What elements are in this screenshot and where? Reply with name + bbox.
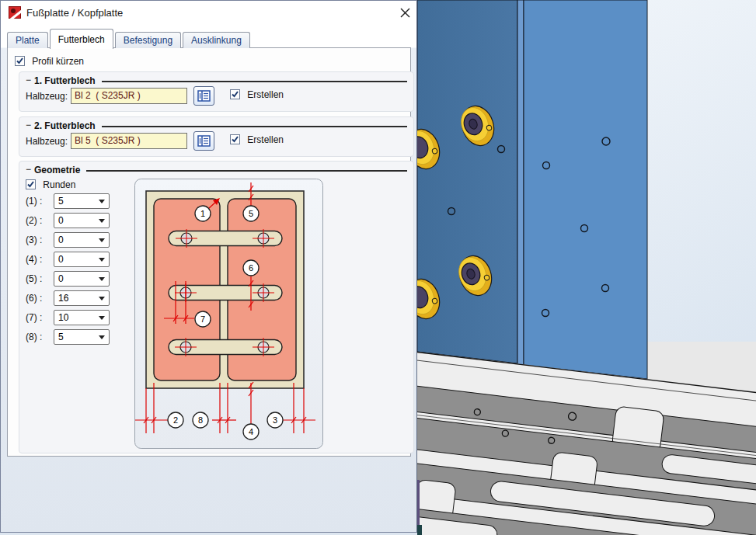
param-dropdown-1[interactable]: 5 [54,193,110,209]
tab-bar: Platte Futterblech Befestigung Ausklinku… [7,29,252,48]
dropdown-arrow-icon [99,238,105,242]
dropdown-arrow-icon [99,258,105,262]
close-icon [400,8,410,18]
dropdown-arrow-icon [99,219,105,223]
collapse-icon[interactable]: − [26,120,31,130]
group-rule [102,81,407,82]
purple-part-sliver [417,480,420,525]
group-title: 1. Futterblech [34,75,96,86]
group-futterblech-1: − 1. Futterblech Halbzeug: Bl 2 ( S235JR… [19,71,414,112]
param-label-5: (5) : [26,273,42,284]
checkmark-icon [16,57,24,65]
param-value: 0 [58,273,64,284]
callout-2: 2 [173,415,178,425]
steel-plate-light [524,0,647,379]
halbzeug-label: Halbzeug: [26,91,68,102]
group-futterblech-2: − 2. Futterblech Halbzeug: Bl 5 ( S235JR… [19,116,414,157]
callout-8: 8 [198,415,203,425]
tab-content-panel: Profil kürzen − 1. Futterblech Halbzeug:… [7,47,411,457]
callout-1: 1 [200,209,205,218]
app-icon [9,6,21,19]
group-title: 2. Futterblech [34,120,96,131]
tab-befestigung[interactable]: Befestigung [115,32,181,48]
profil-kuerzen-label: Profil kürzen [32,56,84,67]
tab-platte[interactable]: Platte [7,32,48,48]
erstellen-checkbox-1[interactable] [230,89,240,99]
tab-futterblech[interactable]: Futterblech [50,29,113,49]
param-label-7: (7) : [26,312,42,323]
param-label-3: (3) : [26,234,42,245]
group-rule [86,170,407,172]
param-dropdown-8[interactable]: 5 [54,329,110,345]
dropdown-arrow-icon [99,335,105,339]
param-value: 5 [58,332,64,342]
param-dropdown-3[interactable]: 0 [54,232,110,248]
halbzeug-input-1[interactable]: Bl 2 ( S235JR ) [71,88,187,104]
dropdown-arrow-icon [99,316,105,320]
checkmark-icon [231,90,239,99]
group-geometrie: − Geometrie Runden (1) : 5 (2) : 0 (3) :… [19,161,414,453]
param-value: 5 [58,196,64,207]
geometry-diagram: 1 5 6 7 2 8 4 3 [134,179,323,449]
param-label-4: (4) : [26,254,42,265]
catalog-table-icon [197,90,211,102]
halbzeug-catalog-button-1[interactable] [193,86,214,106]
callout-5: 5 [249,209,253,218]
tab-ausklinkung[interactable]: Ausklinkung [183,32,250,48]
callout-3: 3 [273,415,277,425]
callout-6: 6 [249,263,253,273]
param-dropdown-6[interactable]: 16 [54,290,110,306]
param-value: 0 [58,254,64,265]
profil-kuerzen-checkbox[interactable] [15,56,25,66]
param-label-8: (8) : [26,332,42,342]
callout-4: 4 [249,427,253,436]
runden-checkbox[interactable] [26,179,36,189]
callout-7: 7 [200,314,205,324]
erstellen-checkbox-2[interactable] [230,134,240,144]
param-label-1: (1) : [26,196,42,207]
titlebar[interactable]: Fußplatte / Kopfplatte [1,1,416,24]
steel-plate-edge [517,0,524,365]
checkmark-icon [231,135,239,144]
erstellen-label: Erstellen [247,89,284,100]
futterblech-dialog: Fußplatte / Kopfplatte Platte Futterblec… [0,0,417,533]
param-label-6: (6) : [26,293,42,304]
catalog-table-icon [197,135,211,147]
dropdown-arrow-icon [99,200,105,203]
collapse-icon[interactable]: − [26,75,31,85]
group-title: Geometrie [34,165,80,175]
window-title: Fußplatte / Kopfplatte [26,7,123,19]
group-rule [102,126,407,127]
runden-label: Runden [43,179,75,190]
param-dropdown-5[interactable]: 0 [54,271,110,287]
dropdown-arrow-icon [99,297,105,301]
checkmark-icon [26,180,35,189]
param-value: 10 [58,312,68,323]
dropdown-arrow-icon [99,277,105,281]
param-dropdown-4[interactable]: 0 [54,252,110,267]
param-dropdown-7[interactable]: 10 [54,310,110,325]
teal-part-sliver [417,525,422,535]
param-value: 16 [58,293,68,304]
3d-viewport[interactable] [417,0,756,535]
param-value: 0 [58,215,64,226]
param-label-2: (2) : [26,215,42,226]
param-value: 0 [58,234,64,245]
halbzeug-input-2[interactable]: Bl 5 ( S235JR ) [71,133,187,149]
erstellen-label: Erstellen [247,134,284,145]
param-dropdown-2[interactable]: 0 [54,213,110,228]
collapse-icon[interactable]: − [26,164,31,175]
close-button[interactable] [396,5,413,20]
halbzeug-catalog-button-2[interactable] [193,131,214,151]
halbzeug-label: Halbzeug: [26,136,68,147]
